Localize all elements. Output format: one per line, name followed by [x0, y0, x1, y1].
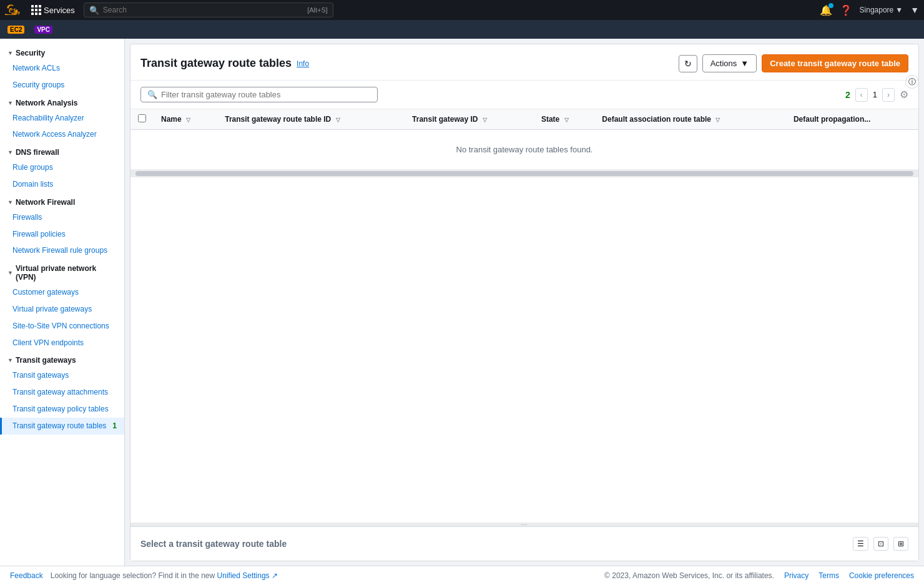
detail-panel: Select a transit gateway route table ☰ ⊡… [130, 526, 918, 561]
filter-input[interactable] [161, 90, 371, 99]
sidebar-item-transit-gateway-attachments[interactable]: Transit gateway attachments [0, 384, 124, 401]
col-header-state: State ▽ [534, 109, 594, 130]
sidebar-item-transit-gateways[interactable]: Transit gateways [0, 367, 124, 384]
info-circle-button[interactable]: ⓘ [905, 75, 919, 89]
prev-page-button[interactable]: ‹ [855, 88, 868, 102]
sidebar-item-rule-groups[interactable]: Rule groups [0, 159, 124, 176]
main-layout: ▼ Security Network ACLs Security groups … [0, 39, 924, 566]
sidebar-item-security-groups[interactable]: Security groups [0, 77, 124, 94]
expand-button[interactable]: ▼ [910, 5, 919, 15]
detail-panel-header: Select a transit gateway route table ☰ ⊡… [140, 537, 908, 551]
split-view-button[interactable]: ☰ [853, 537, 868, 551]
col-header-name: Name ▽ [154, 109, 217, 130]
sidebar-item-virtual-private-gateways[interactable]: Virtual private gateways [0, 301, 124, 318]
services-label: Services [44, 6, 75, 15]
sidebar-section-transit-gateways[interactable]: ▼ Transit gateways [0, 351, 124, 367]
sidebar: ▼ Security Network ACLs Security groups … [0, 39, 125, 566]
filter-input-wrapper: 🔍 [140, 87, 378, 102]
detail-view-icons: ☰ ⊡ ⊞ [853, 537, 908, 551]
sidebar-item-customer-gateways[interactable]: Customer gateways [0, 284, 124, 301]
sidebar-section-network-analysis[interactable]: ▼ Network Analysis [0, 94, 124, 110]
search-bar: 🔍 [Alt+S] [84, 2, 333, 17]
region-label: Singapore [860, 6, 894, 14]
col-header-tgw-id: Transit gateway ID ▽ [405, 109, 534, 130]
select-all-header [130, 109, 154, 130]
ec2-badge: EC2 [7, 26, 24, 34]
aws-logo[interactable] [5, 4, 22, 17]
route-tables-table: Name ▽ Transit gateway route table ID ▽ … [130, 109, 918, 170]
sidebar-section-network-firewall[interactable]: ▼ Network Firewall [0, 193, 124, 209]
scrollbar-thumb [135, 171, 913, 176]
sidebar-item-domain-lists[interactable]: Domain lists [0, 176, 124, 193]
table-wrapper: Name ▽ Transit gateway route table ID ▽ … [130, 109, 918, 523]
pagination-controls: 2 ‹ 1 › ⚙ [845, 88, 908, 102]
col-header-default-assoc: Default association route table ▽ [594, 109, 786, 130]
refresh-button[interactable]: ↻ [679, 55, 697, 72]
actions-arrow-icon: ▼ [740, 59, 749, 68]
main-content: Transit gateway route tables Info ↻ Acti… [125, 39, 924, 566]
select-all-checkbox[interactable] [138, 114, 146, 122]
col-header-default-prop: Default propagation... [786, 109, 918, 130]
total-pages: 2 [845, 90, 850, 100]
content-panel: Transit gateway route tables Info ↻ Acti… [130, 44, 919, 561]
sidebar-section-security[interactable]: ▼ Security [0, 44, 124, 60]
sidebar-item-firewall-policies[interactable]: Firewall policies [0, 226, 124, 243]
sidebar-item-transit-gateway-route-tables[interactable]: Transit gateway route tables 1 [0, 418, 124, 435]
actions-label: Actions [710, 59, 737, 68]
state-sort-icon: ▽ [564, 117, 569, 123]
vpc-service-tag[interactable]: VPC [34, 26, 52, 34]
help-button[interactable]: ❓ [840, 4, 852, 16]
sidebar-item-nfw-rule-groups[interactable]: Network Firewall rule groups [0, 242, 124, 259]
search-shortcut: [Alt+S] [307, 6, 328, 14]
current-page: 1 [873, 90, 877, 99]
horizontal-scrollbar[interactable] [130, 170, 918, 177]
notifications-button[interactable]: 🔔 [820, 4, 832, 16]
tgw-id-sort-icon: ▽ [483, 117, 487, 123]
grid-view-button[interactable]: ⊞ [893, 537, 908, 551]
sidebar-item-site-to-site-vpn[interactable]: Site-to-Site VPN connections [0, 318, 124, 335]
region-selector[interactable]: Singapore ▼ [860, 6, 903, 14]
nav-right: 🔔 ❓ Singapore ▼ ▼ [820, 4, 919, 16]
footer: Feedback Looking for language selection?… [0, 566, 924, 566]
panel-title-group: Transit gateway route tables Info [140, 57, 309, 70]
services-button[interactable]: Services [27, 2, 79, 17]
route-table-id-sort-icon: ▽ [336, 117, 340, 123]
vpc-badge: VPC [34, 26, 52, 34]
sidebar-item-reachability-analyzer[interactable]: Reachability Analyzer [0, 110, 124, 127]
sidebar-item-client-vpn-endpoints[interactable]: Client VPN endpoints [0, 335, 124, 351]
grid-icon [31, 5, 41, 15]
sidebar-item-transit-gateway-policy-tables[interactable]: Transit gateway policy tables [0, 401, 124, 418]
empty-state-row: No transit gateway route tables found. [130, 130, 918, 170]
create-route-table-button[interactable]: Create transit gateway route table [762, 54, 908, 72]
default-assoc-sort-icon: ▽ [715, 117, 720, 123]
secondary-navigation: EC2 VPC [0, 20, 924, 39]
actions-button[interactable]: Actions ▼ [702, 54, 757, 72]
table-settings-button[interactable]: ⚙ [900, 89, 908, 101]
col-header-route-table-id: Transit gateway route table ID ▽ [217, 109, 405, 130]
ec2-service-tag[interactable]: EC2 [7, 26, 24, 34]
info-link[interactable]: Info [297, 59, 309, 68]
sidebar-section-dns-firewall[interactable]: ▼ DNS firewall [0, 143, 124, 159]
search-icon: 🔍 [89, 6, 99, 15]
empty-message: No transit gateway route tables found. [130, 130, 918, 170]
sidebar-item-firewalls[interactable]: Firewalls [0, 209, 124, 226]
page-title: Transit gateway route tables [140, 57, 292, 70]
sidebar-item-network-access-analyzer[interactable]: Network Access Analyzer [0, 126, 124, 143]
filter-search-icon: 🔍 [147, 90, 157, 99]
tab-view-button[interactable]: ⊡ [873, 537, 888, 551]
sidebar-item-network-acls[interactable]: Network ACLs [0, 60, 124, 77]
panel-header: Transit gateway route tables Info ↻ Acti… [130, 44, 918, 81]
table-header-row: Name ▽ Transit gateway route table ID ▽ … [130, 109, 918, 130]
next-page-button[interactable]: › [882, 88, 895, 102]
panel-actions: ↻ Actions ▼ Create transit gateway route… [679, 54, 908, 72]
region-arrow: ▼ [895, 6, 903, 14]
top-navigation: Services 🔍 [Alt+S] 🔔 ❓ Singapore ▼ ▼ [0, 0, 924, 20]
name-sort-icon: ▽ [186, 117, 190, 123]
filter-bar: 🔍 2 ‹ 1 › ⚙ [130, 81, 918, 109]
sidebar-section-vpn[interactable]: ▼ Virtual private network (VPN) [0, 259, 124, 284]
notification-dot [828, 3, 833, 8]
search-input[interactable] [103, 6, 305, 14]
detail-panel-title: Select a transit gateway route table [140, 539, 287, 549]
